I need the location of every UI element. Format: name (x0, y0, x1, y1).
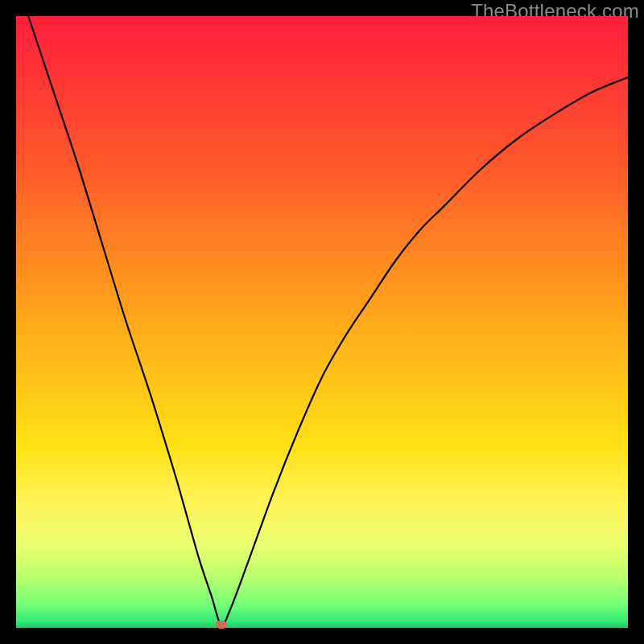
plot-area (16, 16, 628, 628)
chart-stage: TheBottleneck.com (0, 0, 644, 644)
bottleneck-curve (16, 16, 628, 628)
minimum-marker (216, 621, 227, 629)
